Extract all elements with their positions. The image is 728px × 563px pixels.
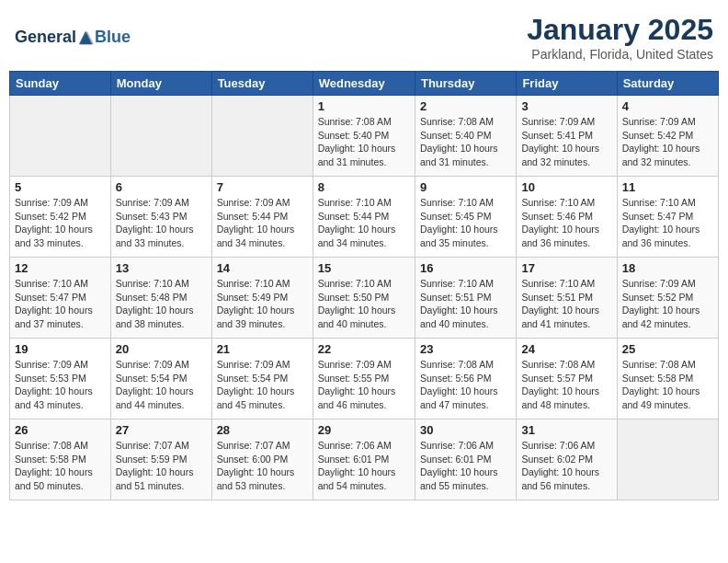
day-info: Sunrise: 7:08 AM Sunset: 5:56 PM Dayligh… bbox=[420, 358, 511, 412]
day-info: Sunrise: 7:09 AM Sunset: 5:53 PM Dayligh… bbox=[15, 358, 106, 412]
calendar-cell: 13Sunrise: 7:10 AM Sunset: 5:48 PM Dayli… bbox=[110, 258, 211, 339]
day-info: Sunrise: 7:10 AM Sunset: 5:51 PM Dayligh… bbox=[420, 277, 511, 331]
calendar-cell: 16Sunrise: 7:10 AM Sunset: 5:51 PM Dayli… bbox=[415, 258, 516, 339]
calendar-cell: 5Sunrise: 7:09 AM Sunset: 5:42 PM Daylig… bbox=[10, 177, 111, 258]
calendar-cell: 27Sunrise: 7:07 AM Sunset: 5:59 PM Dayli… bbox=[110, 419, 211, 500]
day-number: 21 bbox=[217, 342, 308, 356]
calendar-cell: 22Sunrise: 7:09 AM Sunset: 5:55 PM Dayli… bbox=[313, 339, 415, 419]
day-info: Sunrise: 7:10 AM Sunset: 5:50 PM Dayligh… bbox=[318, 277, 410, 331]
day-info: Sunrise: 7:10 AM Sunset: 5:48 PM Dayligh… bbox=[116, 277, 207, 331]
day-number: 13 bbox=[116, 261, 207, 275]
calendar-header-wednesday: Wednesday bbox=[313, 72, 415, 96]
logo-general-text: General bbox=[15, 28, 76, 47]
day-info: Sunrise: 7:06 AM Sunset: 6:02 PM Dayligh… bbox=[521, 439, 611, 493]
calendar-week-row: 26Sunrise: 7:08 AM Sunset: 5:58 PM Dayli… bbox=[10, 419, 719, 500]
calendar-cell bbox=[110, 96, 211, 177]
calendar-header-sunday: Sunday bbox=[10, 72, 111, 96]
calendar-cell: 31Sunrise: 7:06 AM Sunset: 6:02 PM Dayli… bbox=[517, 419, 617, 500]
day-number: 5 bbox=[15, 180, 106, 194]
calendar-header-tuesday: Tuesday bbox=[211, 72, 313, 96]
calendar-cell: 1Sunrise: 7:08 AM Sunset: 5:40 PM Daylig… bbox=[313, 96, 415, 177]
day-number: 23 bbox=[420, 342, 511, 356]
location-subtitle: Parkland, Florida, United States bbox=[527, 47, 713, 62]
day-info: Sunrise: 7:07 AM Sunset: 6:00 PM Dayligh… bbox=[217, 439, 308, 493]
calendar-cell: 10Sunrise: 7:10 AM Sunset: 5:46 PM Dayli… bbox=[517, 177, 617, 258]
day-info: Sunrise: 7:09 AM Sunset: 5:42 PM Dayligh… bbox=[622, 115, 713, 169]
day-number: 9 bbox=[420, 180, 511, 194]
day-number: 30 bbox=[420, 423, 511, 437]
day-info: Sunrise: 7:10 AM Sunset: 5:47 PM Dayligh… bbox=[622, 196, 713, 250]
calendar-cell: 26Sunrise: 7:08 AM Sunset: 5:58 PM Dayli… bbox=[10, 419, 111, 500]
day-number: 14 bbox=[217, 261, 308, 275]
calendar-week-row: 19Sunrise: 7:09 AM Sunset: 5:53 PM Dayli… bbox=[10, 339, 719, 419]
day-number: 16 bbox=[420, 261, 511, 275]
day-info: Sunrise: 7:10 AM Sunset: 5:46 PM Dayligh… bbox=[521, 196, 611, 250]
day-info: Sunrise: 7:09 AM Sunset: 5:43 PM Dayligh… bbox=[116, 196, 207, 250]
title-block: January 2025 Parkland, Florida, United S… bbox=[527, 13, 713, 62]
day-info: Sunrise: 7:08 AM Sunset: 5:58 PM Dayligh… bbox=[622, 358, 713, 412]
day-info: Sunrise: 7:09 AM Sunset: 5:42 PM Dayligh… bbox=[15, 196, 106, 250]
calendar-cell: 3Sunrise: 7:09 AM Sunset: 5:41 PM Daylig… bbox=[517, 96, 617, 177]
logo: General Blue bbox=[15, 28, 131, 47]
day-info: Sunrise: 7:09 AM Sunset: 5:55 PM Dayligh… bbox=[318, 358, 410, 412]
day-info: Sunrise: 7:10 AM Sunset: 5:49 PM Dayligh… bbox=[217, 277, 308, 331]
day-number: 31 bbox=[521, 423, 611, 437]
calendar-cell bbox=[211, 96, 313, 177]
calendar-header-monday: Monday bbox=[110, 72, 211, 96]
day-info: Sunrise: 7:09 AM Sunset: 5:54 PM Dayligh… bbox=[116, 358, 207, 412]
day-number: 7 bbox=[217, 180, 308, 194]
calendar-cell: 12Sunrise: 7:10 AM Sunset: 5:47 PM Dayli… bbox=[10, 258, 111, 339]
day-number: 24 bbox=[521, 342, 611, 356]
calendar-cell: 29Sunrise: 7:06 AM Sunset: 6:01 PM Dayli… bbox=[313, 419, 415, 500]
day-info: Sunrise: 7:10 AM Sunset: 5:44 PM Dayligh… bbox=[318, 196, 410, 250]
day-info: Sunrise: 7:08 AM Sunset: 5:40 PM Dayligh… bbox=[318, 115, 410, 169]
day-info: Sunrise: 7:09 AM Sunset: 5:41 PM Dayligh… bbox=[521, 115, 611, 169]
calendar-header-thursday: Thursday bbox=[415, 72, 516, 96]
day-number: 25 bbox=[622, 342, 713, 356]
logo-blue-text: Blue bbox=[95, 28, 131, 47]
day-number: 17 bbox=[521, 261, 611, 275]
day-number: 19 bbox=[15, 342, 106, 356]
calendar-cell: 11Sunrise: 7:10 AM Sunset: 5:47 PM Dayli… bbox=[617, 177, 718, 258]
page-header: General Blue January 2025 Parkland, Flor… bbox=[9, 9, 719, 65]
calendar-cell: 30Sunrise: 7:06 AM Sunset: 6:01 PM Dayli… bbox=[415, 419, 516, 500]
calendar-cell: 18Sunrise: 7:09 AM Sunset: 5:52 PM Dayli… bbox=[617, 258, 718, 339]
day-number: 3 bbox=[521, 99, 611, 113]
calendar-cell: 20Sunrise: 7:09 AM Sunset: 5:54 PM Dayli… bbox=[110, 339, 211, 419]
day-info: Sunrise: 7:09 AM Sunset: 5:54 PM Dayligh… bbox=[217, 358, 308, 412]
day-info: Sunrise: 7:06 AM Sunset: 6:01 PM Dayligh… bbox=[318, 439, 410, 493]
month-title: January 2025 bbox=[527, 13, 713, 47]
day-number: 22 bbox=[318, 342, 410, 356]
calendar-header-row: SundayMondayTuesdayWednesdayThursdayFrid… bbox=[10, 72, 719, 96]
day-number: 15 bbox=[318, 261, 410, 275]
calendar-cell bbox=[617, 419, 718, 500]
calendar-header-saturday: Saturday bbox=[617, 72, 718, 96]
calendar-cell: 9Sunrise: 7:10 AM Sunset: 5:45 PM Daylig… bbox=[415, 177, 516, 258]
calendar-cell: 24Sunrise: 7:08 AM Sunset: 5:57 PM Dayli… bbox=[517, 339, 617, 419]
day-info: Sunrise: 7:08 AM Sunset: 5:57 PM Dayligh… bbox=[521, 358, 611, 412]
day-number: 2 bbox=[420, 99, 511, 113]
calendar-cell: 23Sunrise: 7:08 AM Sunset: 5:56 PM Dayli… bbox=[415, 339, 516, 419]
day-info: Sunrise: 7:08 AM Sunset: 5:40 PM Dayligh… bbox=[420, 115, 511, 169]
calendar-week-row: 1Sunrise: 7:08 AM Sunset: 5:40 PM Daylig… bbox=[10, 96, 719, 177]
day-info: Sunrise: 7:10 AM Sunset: 5:47 PM Dayligh… bbox=[15, 277, 106, 331]
day-info: Sunrise: 7:07 AM Sunset: 5:59 PM Dayligh… bbox=[116, 439, 207, 493]
calendar-cell: 8Sunrise: 7:10 AM Sunset: 5:44 PM Daylig… bbox=[313, 177, 415, 258]
day-number: 27 bbox=[116, 423, 207, 437]
day-info: Sunrise: 7:09 AM Sunset: 5:44 PM Dayligh… bbox=[217, 196, 308, 250]
calendar-cell: 28Sunrise: 7:07 AM Sunset: 6:00 PM Dayli… bbox=[211, 419, 313, 500]
calendar-cell: 4Sunrise: 7:09 AM Sunset: 5:42 PM Daylig… bbox=[617, 96, 718, 177]
day-number: 26 bbox=[15, 423, 106, 437]
calendar-week-row: 12Sunrise: 7:10 AM Sunset: 5:47 PM Dayli… bbox=[10, 258, 719, 339]
day-number: 6 bbox=[116, 180, 207, 194]
logo-icon bbox=[77, 29, 94, 46]
calendar-week-row: 5Sunrise: 7:09 AM Sunset: 5:42 PM Daylig… bbox=[10, 177, 719, 258]
day-number: 29 bbox=[318, 423, 410, 437]
day-number: 10 bbox=[521, 180, 611, 194]
calendar-header-friday: Friday bbox=[517, 72, 617, 96]
day-info: Sunrise: 7:09 AM Sunset: 5:52 PM Dayligh… bbox=[622, 277, 713, 331]
day-number: 18 bbox=[622, 261, 713, 275]
day-number: 28 bbox=[217, 423, 308, 437]
day-info: Sunrise: 7:10 AM Sunset: 5:45 PM Dayligh… bbox=[420, 196, 511, 250]
calendar-cell: 7Sunrise: 7:09 AM Sunset: 5:44 PM Daylig… bbox=[211, 177, 313, 258]
